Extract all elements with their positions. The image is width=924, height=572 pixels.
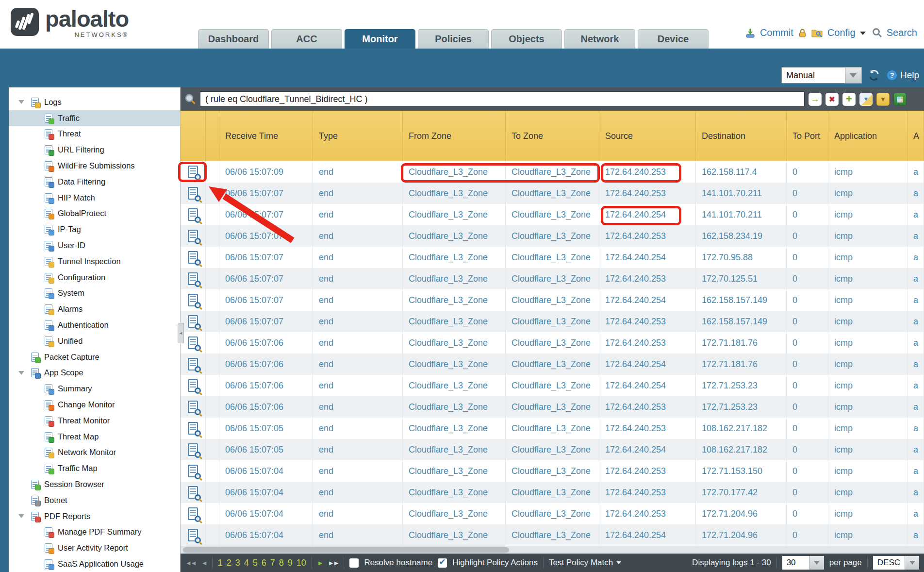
cell-from-zone[interactable]: Cloudflare_L3_Zone xyxy=(403,460,506,482)
sidebar-collapse-handle[interactable]: ◄ xyxy=(178,323,184,343)
log-detail-icon[interactable] xyxy=(188,230,198,242)
search-button[interactable]: Search xyxy=(887,27,917,38)
cell-source[interactable]: 172.64.240.254 xyxy=(599,439,696,460)
log-row[interactable]: 06/06 15:07:06 end Cloudflare_L3_Zone Cl… xyxy=(181,396,924,418)
log-row[interactable]: 06/06 15:07:05 end Cloudflare_L3_Zone Cl… xyxy=(181,439,924,460)
sidebar-item-pdf-reports[interactable]: PDF Reports xyxy=(9,508,180,524)
per-page-select[interactable]: 30 xyxy=(782,556,824,570)
cell-source[interactable]: 172.64.240.253 xyxy=(599,418,696,439)
column-header[interactable]: Application xyxy=(828,111,908,161)
cell-destination[interactable]: 172.71.204.96 xyxy=(696,503,787,524)
cell-source[interactable]: 172.64.240.254 xyxy=(599,204,696,225)
sidebar-item-ip-tag[interactable]: IP-Tag xyxy=(9,221,180,237)
refresh-mode-dropdown-button[interactable] xyxy=(845,67,862,84)
column-header[interactable]: Receive Time xyxy=(219,111,313,161)
cell-source[interactable]: 172.64.240.254 xyxy=(599,524,696,546)
page-number[interactable]: 5 xyxy=(253,558,258,568)
expander-icon[interactable] xyxy=(18,514,24,518)
log-detail-icon[interactable] xyxy=(188,208,198,221)
log-row[interactable]: 06/06 15:07:04 end Cloudflare_L3_Zone Cl… xyxy=(181,503,924,524)
page-number[interactable]: 8 xyxy=(279,558,284,568)
log-row[interactable]: 06/06 15:07:06 end Cloudflare_L3_Zone Cl… xyxy=(181,353,924,375)
last-page-button[interactable] xyxy=(328,559,339,567)
log-row[interactable]: 06/06 15:07:05 end Cloudflare_L3_Zone Cl… xyxy=(181,418,924,439)
load-filter-button[interactable]: ▼ xyxy=(876,93,890,106)
filter-builder-button[interactable]: ▼ xyxy=(859,93,873,106)
cell-destination[interactable]: 162.158.157.149 xyxy=(696,311,787,332)
cell-source[interactable]: 172.64.240.253 xyxy=(599,396,696,418)
sidebar-item-app-scope[interactable]: App Scope xyxy=(9,365,180,381)
sidebar-item-session-browser[interactable]: Session Browser xyxy=(9,476,180,492)
highlight-policy-actions-checkbox[interactable] xyxy=(438,558,447,568)
test-policy-match-button[interactable]: Test Policy Match xyxy=(549,558,621,568)
sort-order-dropdown-button[interactable] xyxy=(905,556,919,570)
clear-filter-button[interactable]: ✖ xyxy=(825,93,839,106)
log-detail-icon[interactable] xyxy=(188,315,198,328)
cell-from-zone[interactable]: Cloudflare_L3_Zone xyxy=(403,524,506,546)
sidebar-item-alarms[interactable]: Alarms xyxy=(9,301,180,317)
cell-to-zone[interactable]: Cloudflare_L3_Zone xyxy=(506,375,599,396)
column-header[interactable] xyxy=(181,111,206,161)
log-row[interactable]: 06/06 15:07:06 end Cloudflare_L3_Zone Cl… xyxy=(181,332,924,353)
column-header[interactable]: From Zone xyxy=(403,111,506,161)
cell-to-zone[interactable]: Cloudflare_L3_Zone xyxy=(506,311,599,332)
cell-from-zone[interactable]: Cloudflare_L3_Zone xyxy=(403,332,506,353)
sidebar-item-botnet[interactable]: Botnet xyxy=(9,492,180,508)
cell-to-zone[interactable]: Cloudflare_L3_Zone xyxy=(506,524,599,546)
cell-from-zone[interactable]: Cloudflare_L3_Zone xyxy=(403,204,506,225)
next-page-button[interactable] xyxy=(317,559,323,567)
cell-from-zone[interactable]: Cloudflare_L3_Zone xyxy=(403,503,506,524)
log-detail-icon[interactable] xyxy=(188,465,198,477)
refresh-mode-select[interactable]: Manual xyxy=(781,67,862,84)
page-number[interactable]: 1 xyxy=(218,558,223,568)
sidebar-item-user-id[interactable]: User-ID xyxy=(9,237,180,253)
column-header[interactable]: A xyxy=(908,111,924,161)
sidebar-item-hip-match[interactable]: HIP Match xyxy=(9,190,180,206)
sidebar-item-network-monitor[interactable]: Network Monitor xyxy=(9,445,180,461)
column-header[interactable]: Type xyxy=(313,111,403,161)
log-row[interactable]: 06/06 15:07:07 end Cloudflare_L3_Zone Cl… xyxy=(181,183,924,204)
sidebar-item-manage-pdf-summary[interactable]: Manage PDF Summary xyxy=(9,524,180,540)
page-number[interactable]: 10 xyxy=(297,558,306,568)
cell-to-zone[interactable]: Cloudflare_L3_Zone xyxy=(506,460,599,482)
sidebar-item-user-activity-report[interactable]: User Activity Report xyxy=(9,540,180,556)
config-caret-icon[interactable] xyxy=(860,32,866,35)
cell-to-zone[interactable]: Cloudflare_L3_Zone xyxy=(506,396,599,418)
cell-from-zone[interactable]: Cloudflare_L3_Zone xyxy=(403,353,506,375)
log-row[interactable]: 06/06 15:07:07 end Cloudflare_L3_Zone Cl… xyxy=(181,247,924,268)
log-detail-icon[interactable] xyxy=(188,187,198,200)
cell-destination[interactable]: 108.162.217.182 xyxy=(696,439,787,460)
help-button[interactable]: ? Help xyxy=(886,67,919,84)
sort-order-value[interactable]: DESC xyxy=(873,556,905,570)
cell-source[interactable]: 172.64.240.254 xyxy=(599,353,696,375)
per-page-value[interactable]: 30 xyxy=(782,556,809,570)
log-detail-icon[interactable] xyxy=(188,272,198,285)
log-detail-icon[interactable] xyxy=(188,358,198,370)
log-row[interactable]: 06/06 15:07:07 end Cloudflare_L3_Zone Cl… xyxy=(181,289,924,311)
refresh-button[interactable] xyxy=(868,67,880,84)
cell-destination[interactable]: 172.71.253.23 xyxy=(696,396,787,418)
cell-destination[interactable]: 172.71.253.23 xyxy=(696,375,787,396)
cell-to-zone[interactable]: Cloudflare_L3_Zone xyxy=(506,161,599,183)
sidebar-item-threat-monitor[interactable]: Threat Monitor xyxy=(9,413,180,429)
cell-from-zone[interactable]: Cloudflare_L3_Zone xyxy=(403,396,506,418)
cell-source[interactable]: 172.64.240.253 xyxy=(599,268,696,289)
cell-from-zone[interactable]: Cloudflare_L3_Zone xyxy=(403,161,506,183)
page-number[interactable]: 2 xyxy=(227,558,231,568)
previous-page-button[interactable] xyxy=(201,559,207,567)
cell-source[interactable]: 172.64.240.253 xyxy=(599,503,696,524)
cell-destination[interactable]: 141.101.70.211 xyxy=(696,183,787,204)
page-number[interactable]: 7 xyxy=(270,558,275,568)
nav-tab[interactable]: Device xyxy=(638,29,709,49)
sidebar-item-data-filtering[interactable]: Data Filtering xyxy=(9,174,180,190)
sidebar-item-summary[interactable]: Summary xyxy=(9,381,180,397)
cell-destination[interactable]: 141.101.70.211 xyxy=(696,204,787,225)
cell-source[interactable]: 172.64.240.253 xyxy=(599,482,696,503)
sidebar-item-saas-application-usage[interactable]: SaaS Application Usage xyxy=(9,556,180,572)
cell-to-zone[interactable]: Cloudflare_L3_Zone xyxy=(506,332,599,353)
cell-source[interactable]: 172.64.240.254 xyxy=(599,289,696,311)
page-number[interactable]: 9 xyxy=(288,558,293,568)
first-page-button[interactable] xyxy=(185,559,196,567)
apply-filter-button[interactable]: → xyxy=(808,93,822,106)
log-row[interactable]: 06/06 15:07:07 end Cloudflare_L3_Zone Cl… xyxy=(181,225,924,247)
